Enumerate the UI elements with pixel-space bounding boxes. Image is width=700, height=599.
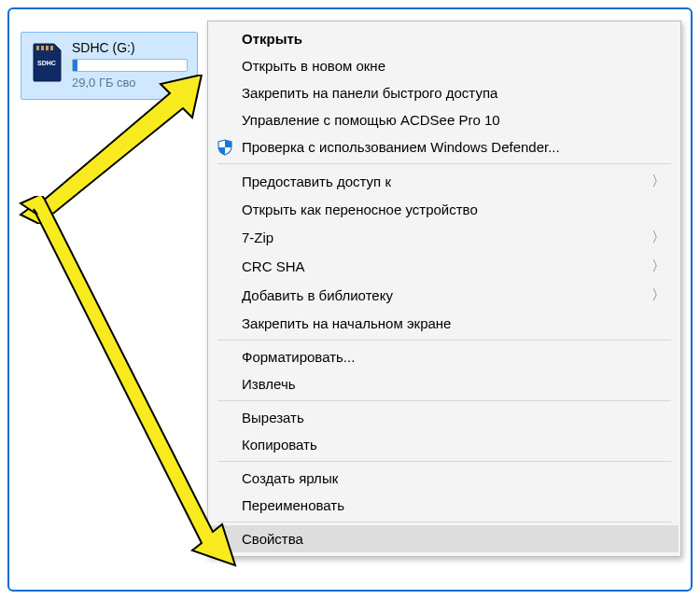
menu-item[interactable]: Предоставить доступ к〉 [210,167,679,196]
menu-item[interactable]: Открыть [210,25,679,52]
chevron-right-icon: 〉 [644,173,665,190]
menu-item[interactable]: Открыть как переносное устройство [210,196,679,223]
svg-marker-6 [21,196,235,565]
chevron-right-icon: 〉 [644,229,665,246]
menu-separator [217,522,671,522]
sdhc-card-icon: SDHC [31,42,63,83]
menu-item-label: Закрепить на начальном экране [242,315,665,331]
menu-separator [217,163,671,164]
svg-rect-2 [46,46,49,50]
menu-item-label: Открыть [242,31,665,47]
menu-item-label: Вырезать [242,410,665,425]
menu-item-label: CRC SHA [242,258,644,274]
menu-item-label: Добавить в библиотеку [242,287,644,303]
menu-item-label: Открыть в новом окне [242,58,665,74]
menu-item-label: Извлечь [242,376,665,392]
drive-tile[interactable]: SDHC SDHC (G:) 29,0 ГБ сво [21,32,198,100]
menu-item-label: Проверка с использованием Windows Defend… [242,139,665,155]
menu-item-label: Копировать [242,437,665,453]
svg-rect-1 [41,46,44,50]
menu-item-label: Предоставить доступ к [242,174,644,189]
drive-free-caption: 29,0 ГБ сво [72,76,188,90]
menu-item-label: Переименовать [242,497,665,513]
menu-item[interactable]: 7-Zip〉 [210,223,679,252]
menu-item[interactable]: Копировать [210,431,679,458]
drive-usage-bar [72,59,188,72]
window-frame: SDHC SDHC (G:) 29,0 ГБ сво ОткрытьОткрыт… [7,7,693,592]
defender-shield-icon [216,138,234,157]
menu-item[interactable]: Переименовать [210,492,679,519]
menu-separator [217,400,671,401]
menu-item[interactable]: CRC SHA〉 [210,252,679,281]
menu-item-label: Создать ярлык [242,470,665,486]
context-menu: ОткрытьОткрыть в новом окнеЗакрепить на … [207,21,681,557]
svg-text:SDHC: SDHC [37,60,56,66]
menu-item[interactable]: Управление с помощью ACDSee Pro 10 [210,106,679,133]
menu-item-label: Закрепить на панели быстрого доступа [242,85,665,101]
annotation-arrow-bottom [15,196,239,588]
menu-item[interactable]: Извлечь [210,370,679,397]
menu-item[interactable]: Закрепить на панели быстрого доступа [210,79,679,106]
chevron-right-icon: 〉 [644,258,665,275]
drive-title: SDHC (G:) [72,40,188,55]
menu-item-label: 7-Zip [242,230,644,245]
menu-item[interactable]: Проверка с использованием Windows Defend… [210,133,679,160]
menu-item[interactable]: Добавить в библиотеку〉 [210,281,679,310]
menu-item[interactable]: Вырезать [210,404,679,431]
menu-item-label: Свойства [242,531,665,547]
menu-separator [217,340,671,341]
menu-item-label: Открыть как переносное устройство [242,202,665,217]
menu-item-label: Управление с помощью ACDSee Pro 10 [242,112,665,128]
menu-item[interactable]: Закрепить на начальном экране [210,310,679,337]
svg-rect-3 [50,46,53,50]
menu-item[interactable]: Форматировать... [210,343,679,370]
menu-item-label: Форматировать... [242,349,665,365]
menu-item[interactable]: Создать ярлык [210,465,679,492]
menu-item[interactable]: Открыть в новом окне [210,52,679,79]
svg-rect-0 [36,46,39,50]
menu-item[interactable]: Свойства [210,525,679,552]
menu-separator [217,461,671,462]
chevron-right-icon: 〉 [644,286,665,304]
